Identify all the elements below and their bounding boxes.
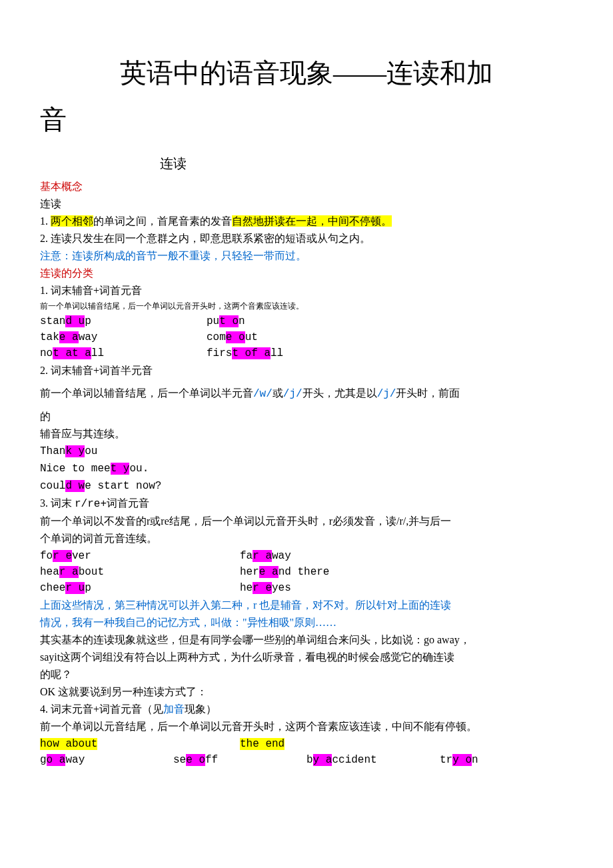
hl: e o xyxy=(186,754,205,766)
example-row: stand up put on xyxy=(40,313,573,329)
t: fo xyxy=(40,550,53,562)
paragraph: 的呢？ xyxy=(40,667,573,683)
hl: y a xyxy=(313,754,332,766)
t: fa xyxy=(240,550,253,562)
t: ccident xyxy=(332,754,376,766)
rule-1-title: 1. 词末辅音+词首元音 xyxy=(40,283,573,299)
t: 词首元音 xyxy=(107,497,149,509)
hl: r a xyxy=(59,566,79,578)
rule-3-sub: 个单词的词首元音连续。 xyxy=(40,531,573,547)
hl: k y xyxy=(65,445,85,457)
t: way xyxy=(79,331,98,343)
t: tak xyxy=(40,331,59,343)
rule-4-sub: 前一个单词以元音结尾，后一个单词以元音开头时，这两个音素应该连读，中间不能有停顿… xyxy=(40,719,573,735)
t: ll xyxy=(91,347,104,359)
t: nd there xyxy=(279,566,330,578)
t: coul xyxy=(40,480,65,492)
rule-2-sub: 前一个单词以辅音结尾，后一个单词以半元音/w/或/j/开头，尤其是以/j/开头时… xyxy=(40,385,573,402)
example-row: cheer up her eyes xyxy=(40,580,573,596)
hl: y o xyxy=(452,754,472,766)
t: hea xyxy=(40,566,59,578)
t: g xyxy=(40,754,47,766)
note-text: 注意：连读所构成的音节一般不重读，只轻轻一带而过。 xyxy=(40,248,573,264)
t: her xyxy=(240,566,259,578)
t: 的 xyxy=(40,409,573,425)
hl: t y xyxy=(111,463,130,475)
link-text: 加音 xyxy=(163,703,185,715)
hl: e a xyxy=(59,331,79,343)
example: Thank you xyxy=(40,443,573,459)
t: n xyxy=(472,754,478,766)
heading-basic-concept: 基本概念 xyxy=(40,179,573,195)
t: p xyxy=(85,582,91,594)
paragraph: OK 这就要说到另一种连读方式了： xyxy=(40,684,573,700)
section-subtitle: 连读 xyxy=(160,153,573,173)
hl: d w xyxy=(65,480,85,492)
example-row: hear about here and there xyxy=(40,564,573,580)
t: ou. xyxy=(129,463,149,475)
phoneme: /j/ xyxy=(377,388,396,400)
paragraph: sayit这两个词组没有符合以上两种方式，为什么听录音，看电视的时候会感觉它的确… xyxy=(40,649,573,665)
t: way xyxy=(65,754,85,766)
t: 现象） xyxy=(185,703,217,715)
t: yes xyxy=(272,582,291,594)
rule-4-title: 4. 词末元音+词首元音（见加音现象） xyxy=(40,701,573,717)
phoneme: /w/ xyxy=(253,388,273,400)
t: 辅音应与其连续。 xyxy=(40,426,573,442)
t: se xyxy=(173,754,186,766)
example-row: not at all first of all xyxy=(40,345,573,361)
phoneme: /j/ xyxy=(283,388,303,400)
example: Nice to meet you. xyxy=(40,461,573,477)
t: 4. 词末元音+词首元音（见 xyxy=(40,703,163,715)
rule-2-title: 2. 词末辅音+词首半元音 xyxy=(40,363,573,379)
t: bout xyxy=(79,566,104,578)
t: n xyxy=(239,315,245,327)
rule-2: 2. 连读只发生在同一个意群之内，即意思联系紧密的短语或从句之内。 xyxy=(40,231,573,247)
t: no xyxy=(40,347,53,359)
paragraph: 其实基本的连读现象就这些，但是有同学会哪一些别的单词组合来问头，比如说：go a… xyxy=(40,632,573,648)
highlight: 自然地拼读在一起，中间不停顿。 xyxy=(232,215,392,227)
hl: e a xyxy=(259,566,279,578)
hl: t at a xyxy=(53,347,91,359)
hl: how about xyxy=(40,738,97,750)
note: 上面这些情况，第三种情况可以并入第二种，r 也是辅音，对不对。所以针对上面的连读 xyxy=(40,597,573,613)
hl: e o xyxy=(226,331,245,343)
t: chee xyxy=(40,582,65,594)
hl: r u xyxy=(65,582,85,594)
t: ut xyxy=(245,331,258,343)
hl: r e xyxy=(253,582,272,594)
example-row: for ever far away xyxy=(40,548,573,564)
t: Nice to mee xyxy=(40,463,111,475)
example-row: take away come out xyxy=(40,329,573,345)
text-line: 连读 xyxy=(40,196,573,212)
t: 开头，尤其是以 xyxy=(303,387,377,399)
example-row: how about the end xyxy=(40,736,573,752)
example: could we start now? xyxy=(40,478,573,494)
t: ll xyxy=(271,347,283,359)
note: 情况，我有一种我自己的记忆方式，叫做："异性相吸"原则…… xyxy=(40,615,573,631)
hl: r a xyxy=(253,550,272,562)
rule-3-sub: 前一个单词以不发音的r或re结尾，后一个单词以元音开头时，r必须发音，读/r/,… xyxy=(40,513,573,529)
hl: d u xyxy=(65,315,85,327)
t: pu xyxy=(207,315,219,327)
rule-1-sub: 前一个单词以辅音结尾，后一个单词以元音开头时，这两个音素应该连读。 xyxy=(40,300,573,312)
t: 前一个单词以辅音结尾，后一个单词以半元音 xyxy=(40,387,253,399)
rule-3-title: 3. 词末 r/re+词首元音 xyxy=(40,495,573,512)
t: he xyxy=(240,582,253,594)
t: tr xyxy=(440,754,452,766)
hl: r e xyxy=(53,550,72,562)
t: p xyxy=(85,315,91,327)
hl: the end xyxy=(240,738,285,750)
t: Than xyxy=(40,445,65,457)
hl: t of a xyxy=(232,347,271,359)
t: e start now? xyxy=(85,480,161,492)
hl: o a xyxy=(47,754,66,766)
rule-1: 1. 两个相邻的单词之间，首尾音素的发音自然地拼读在一起，中间不停顿。 xyxy=(40,213,573,229)
t: ou xyxy=(85,445,97,457)
text: 的单词之间，首尾音素的发音 xyxy=(93,215,232,227)
t: firs xyxy=(207,347,232,359)
t: 或 xyxy=(273,387,283,399)
t: com xyxy=(207,331,226,343)
example-row: go away see off by accident try on xyxy=(40,752,573,768)
t: 3. 词末 xyxy=(40,497,75,509)
